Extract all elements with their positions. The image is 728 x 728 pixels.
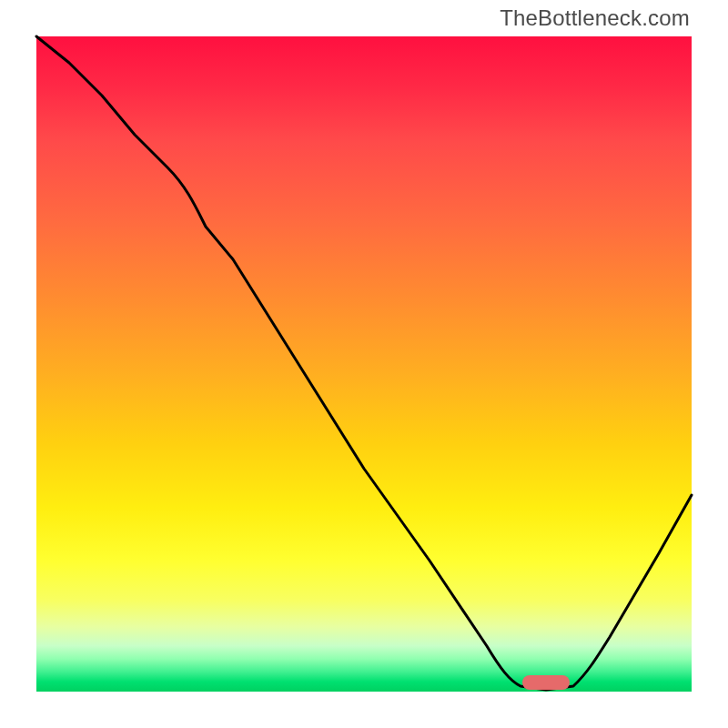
curve-layer — [36, 36, 692, 692]
plot-area — [36, 36, 692, 692]
watermark-text: TheBottleneck.com — [500, 5, 690, 31]
bottleneck-chart: TheBottleneck.com — [0, 0, 728, 728]
optimum-marker — [522, 675, 570, 690]
bottleneck-curve — [36, 36, 692, 690]
